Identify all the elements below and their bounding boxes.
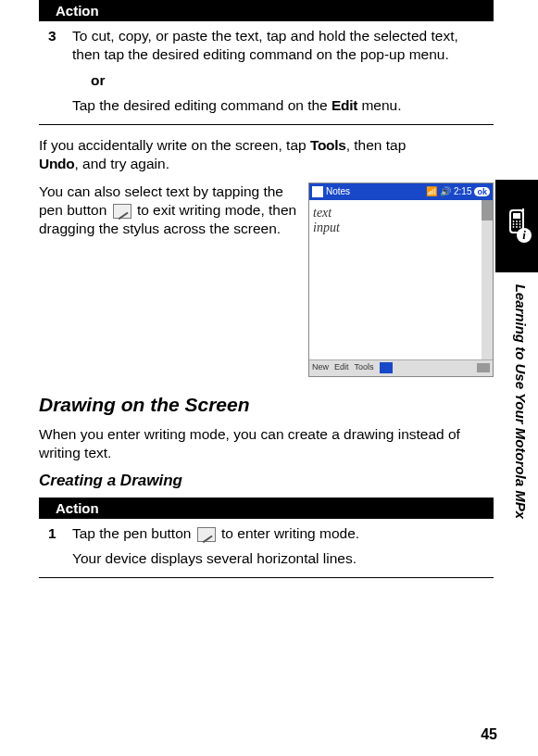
select-paragraph: You can also select text by tapping the … — [39, 183, 297, 237]
windows-flag-icon — [312, 186, 323, 197]
screenshot-title: Notes — [326, 186, 350, 196]
screenshot-body: text input — [309, 200, 493, 359]
undo-mid: , then tap — [346, 137, 407, 153]
pen-toggle-icon — [380, 362, 393, 373]
sub-heading: Creating a Drawing — [39, 472, 494, 490]
action-header-2: Action — [39, 498, 494, 519]
svg-point-8 — [519, 223, 521, 225]
svg-point-3 — [513, 220, 515, 222]
menu-edit: Edit — [334, 362, 349, 373]
undo-paragraph: If you accidentally write on the screen,… — [39, 136, 494, 173]
undo-post: , and try again. — [74, 156, 169, 171]
svg-text:i: i — [522, 228, 526, 242]
screenshot-bottombar: New Edit Tools — [309, 359, 493, 376]
select-text-row: You can also select text by tapping the … — [39, 183, 494, 377]
speaker-icon: 🔊 — [440, 186, 451, 196]
edit-menu-label: Edit — [332, 97, 357, 113]
undo-pre: If you accidentally write on the screen,… — [39, 137, 310, 153]
step-text: To cut, copy, or paste the text, tap and… — [72, 27, 484, 115]
tools-label: Tools — [310, 137, 346, 153]
or-label: or — [91, 71, 484, 90]
step-text: Tap the pen button to enter writing mode… — [72, 524, 484, 569]
step1-text-a: Tap the pen button — [72, 525, 195, 541]
menu-tools: Tools — [355, 362, 374, 373]
screenshot-time: 2:15 — [454, 186, 471, 196]
step-3: 3 To cut, copy, or paste the text, tap a… — [39, 25, 494, 120]
step1-text-c: Your device displays several horizontal … — [72, 550, 357, 566]
ok-button: ok — [474, 187, 490, 196]
svg-point-7 — [516, 223, 518, 225]
step-1: 1 Tap the pen button to enter writing mo… — [39, 523, 494, 574]
undo-label: Undo — [39, 156, 74, 171]
handwriting-line-1: text — [313, 206, 478, 220]
page-content: Action 3 To cut, copy, or paste the text… — [0, 0, 538, 578]
step3-text-b-pre: Tap the desired editing command on the — [72, 97, 332, 113]
divider — [39, 577, 494, 578]
section-heading: Drawing on the Screen — [39, 394, 494, 416]
svg-point-10 — [516, 226, 518, 228]
step-number: 1 — [48, 524, 61, 569]
menu-new: New — [312, 362, 329, 373]
svg-point-6 — [513, 223, 515, 225]
action-header-1: Action — [39, 0, 494, 21]
scrollbar-thumb — [482, 200, 493, 220]
pen-icon — [113, 204, 131, 219]
step1-text-b: to enter writing mode. — [218, 525, 359, 541]
svg-rect-1 — [513, 213, 520, 219]
side-section-title: Learning to Use Your Motorola MPx — [513, 284, 529, 519]
svg-point-11 — [519, 226, 521, 228]
step3-text-a: To cut, copy, or paste the text, tap and… — [72, 28, 458, 62]
keyboard-icon — [477, 363, 490, 372]
step-number: 3 — [48, 27, 61, 115]
divider — [39, 124, 494, 125]
svg-point-4 — [516, 220, 518, 222]
svg-point-9 — [513, 226, 515, 228]
signal-icon: 📶 — [426, 186, 437, 196]
page-number: 45 — [481, 726, 497, 743]
step3-text-b-post: menu. — [357, 97, 401, 113]
handwriting-line-2: input — [313, 220, 478, 235]
drawing-paragraph: When you enter writing mode, you can cre… — [39, 425, 494, 462]
svg-point-5 — [519, 220, 521, 222]
screenshot-titlebar: Notes 📶 🔊 2:15 ok — [309, 183, 493, 200]
notes-screenshot: Notes 📶 🔊 2:15 ok text input New Edit T — [308, 183, 494, 377]
phone-info-icon: i — [498, 208, 535, 246]
pen-icon — [197, 527, 216, 542]
